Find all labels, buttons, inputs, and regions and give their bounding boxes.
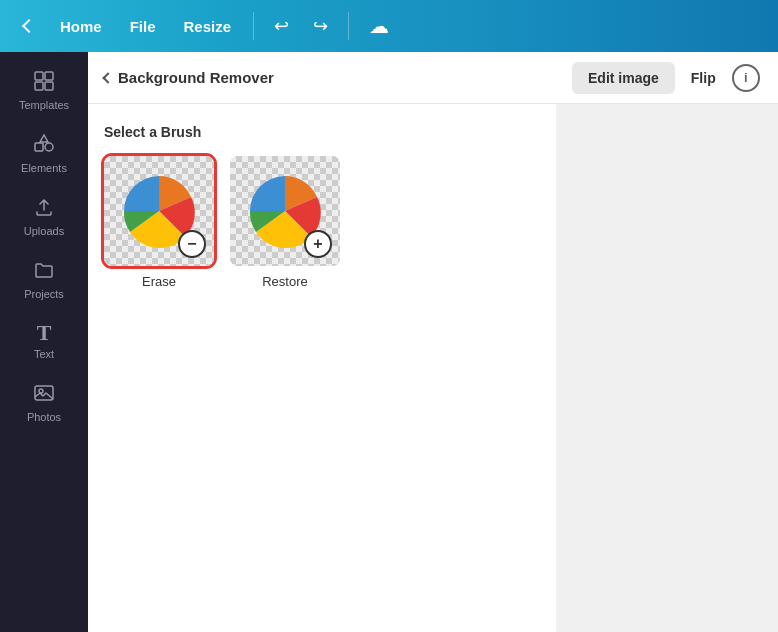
home-back-button[interactable] <box>16 17 42 35</box>
section-title: Select a Brush <box>104 124 540 140</box>
photos-icon <box>33 382 55 407</box>
resize-button[interactable]: Resize <box>174 12 242 41</box>
file-button[interactable]: File <box>120 12 166 41</box>
sidebar-item-templates-label: Templates <box>19 99 69 111</box>
undo-button[interactable]: ↩ <box>266 11 297 41</box>
svg-marker-6 <box>40 135 48 142</box>
panel-title: Background Remover <box>118 69 274 86</box>
flip-button[interactable]: Flip <box>683 62 724 94</box>
brush-thumb-restore: + <box>230 156 340 266</box>
chevron-left-icon <box>22 19 36 33</box>
chevron-left-panel-icon <box>102 72 113 83</box>
templates-icon <box>33 70 55 95</box>
sidebar-item-uploads-label: Uploads <box>24 225 64 237</box>
projects-icon <box>33 259 55 284</box>
svg-rect-1 <box>45 72 53 80</box>
restore-plus-icon: + <box>304 230 332 258</box>
topbar-divider-2 <box>348 12 349 40</box>
sidebar-item-text-label: Text <box>34 348 54 360</box>
brush-grid: − Erase <box>104 156 540 289</box>
topbar-divider-1 <box>253 12 254 40</box>
text-icon: T <box>37 322 52 344</box>
topbar: Home File Resize ↩ ↪ ☁ <box>0 0 778 52</box>
right-panel: Edit image Flip i <box>556 52 778 632</box>
home-button[interactable]: Home <box>50 12 112 41</box>
undo-icon: ↩ <box>274 15 289 37</box>
canvas-area <box>556 104 778 632</box>
panel-content: Select a Brush <box>88 104 556 632</box>
brush-item-restore[interactable]: + Restore <box>230 156 340 289</box>
cloud-button[interactable]: ☁ <box>361 10 397 42</box>
svg-rect-3 <box>45 82 53 90</box>
sidebar-item-projects[interactable]: Projects <box>6 249 82 308</box>
svg-rect-0 <box>35 72 43 80</box>
panel-header: Background Remover <box>88 52 556 104</box>
sidebar-item-elements-label: Elements <box>21 162 67 174</box>
svg-rect-2 <box>35 82 43 90</box>
svg-point-5 <box>45 143 53 151</box>
sidebar-item-templates[interactable]: Templates <box>6 60 82 119</box>
brush-restore-label: Restore <box>262 274 308 289</box>
uploads-icon <box>33 196 55 221</box>
svg-rect-7 <box>35 386 53 400</box>
sidebar-item-photos-label: Photos <box>27 411 61 423</box>
panel: Background Remover Select a Brush <box>88 52 556 632</box>
brush-item-erase[interactable]: − Erase <box>104 156 214 289</box>
redo-icon: ↪ <box>313 15 328 37</box>
elements-icon <box>33 133 55 158</box>
sidebar: Templates Elements Uploads <box>0 52 88 632</box>
sidebar-item-photos[interactable]: Photos <box>6 372 82 431</box>
back-button[interactable]: Background Remover <box>104 69 274 86</box>
info-button[interactable]: i <box>732 64 760 92</box>
brush-erase-label: Erase <box>142 274 176 289</box>
svg-rect-4 <box>35 143 43 151</box>
right-toolbar: Edit image Flip i <box>556 52 778 104</box>
sidebar-item-uploads[interactable]: Uploads <box>6 186 82 245</box>
sidebar-item-text[interactable]: T Text <box>6 312 82 368</box>
edit-image-button[interactable]: Edit image <box>572 62 675 94</box>
brush-thumb-erase: − <box>104 156 214 266</box>
erase-minus-icon: − <box>178 230 206 258</box>
sidebar-item-projects-label: Projects <box>24 288 64 300</box>
main-layout: Templates Elements Uploads <box>0 52 778 632</box>
sidebar-item-elements[interactable]: Elements <box>6 123 82 182</box>
redo-button[interactable]: ↪ <box>305 11 336 41</box>
cloud-icon: ☁ <box>369 14 389 38</box>
